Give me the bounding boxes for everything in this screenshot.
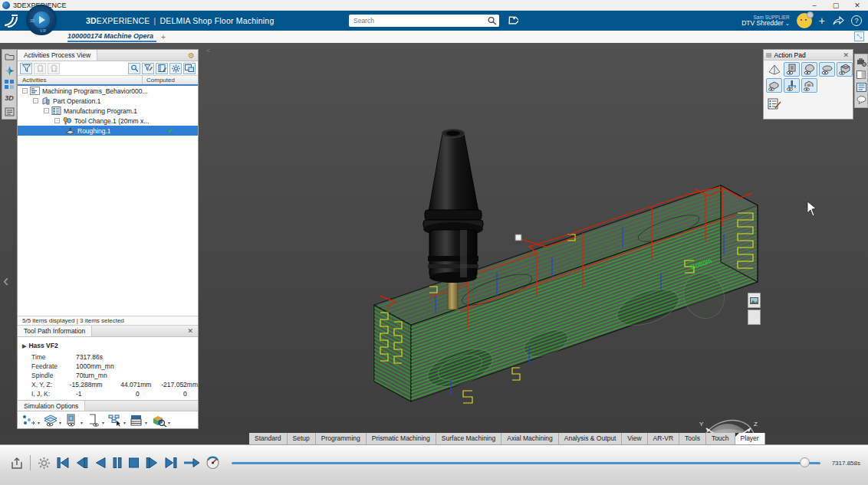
- tree-row-manufacturing-program[interactable]: - Manufacturing Program.1: [18, 106, 198, 116]
- close-button[interactable]: ✕: [847, 0, 868, 11]
- tab-touch[interactable]: Touch: [706, 433, 735, 444]
- pause-button[interactable]: [112, 457, 123, 469]
- material-removal-icon[interactable]: ▾: [43, 414, 64, 427]
- capture-state-button[interactable]: [748, 293, 761, 308]
- 3dcompass-button[interactable]: 3D V.R: [26, 5, 57, 35]
- result-show-hide-icon[interactable]: [766, 78, 782, 93]
- tab-player[interactable]: Player: [735, 433, 765, 444]
- workplane-icon[interactable]: [766, 62, 782, 77]
- skip-to-end-button[interactable]: [164, 457, 178, 469]
- avatar[interactable]: [797, 13, 812, 28]
- machine-resources-icon[interactable]: [856, 57, 866, 67]
- stop-button[interactable]: [128, 457, 140, 469]
- timeline-knob[interactable]: [800, 457, 810, 467]
- step-backward-button[interactable]: [75, 457, 89, 469]
- tab-analysis-output[interactable]: Analysis & Output: [559, 433, 623, 444]
- tree-row-machining-programs[interactable]: - Machining Programs_Behavior000...: [18, 86, 198, 96]
- document-tab[interactable]: 100000174 Machine Opera: [67, 32, 156, 42]
- panel-collapse-icon[interactable]: <: [206, 47, 210, 54]
- playback-speed-gauge-button[interactable]: [205, 456, 220, 470]
- play-backward-button[interactable]: [94, 457, 107, 469]
- tree-empty-area[interactable]: [18, 136, 198, 316]
- toolpath-close-icon[interactable]: ✕: [182, 327, 198, 335]
- panel-search-icon[interactable]: [128, 63, 140, 74]
- new-tab-button[interactable]: +: [161, 33, 166, 41]
- panel-toggle-icon[interactable]: [856, 70, 866, 79]
- continuous-play-button[interactable]: [183, 457, 200, 468]
- folder-icon[interactable]: [4, 51, 15, 62]
- tree-row-part-operation[interactable]: - Part Operation.1: [18, 96, 198, 106]
- apps-grid-icon[interactable]: [4, 79, 15, 90]
- toolpath-display-icon[interactable]: ▾: [21, 414, 42, 427]
- expander-icon[interactable]: ▶: [22, 343, 26, 349]
- tree-row-tool-change[interactable]: - Tool Change.1 (20mm x...: [18, 116, 198, 126]
- left-panel-collapse-chevron[interactable]: ‹: [3, 273, 8, 290]
- tab-axial-machining[interactable]: Axial Machining: [501, 433, 559, 444]
- filter-icon[interactable]: [20, 63, 32, 74]
- list-properties-icon[interactable]: [856, 83, 866, 92]
- expander-box[interactable]: -: [54, 118, 60, 123]
- machine-visibility-icon[interactable]: ▾: [64, 414, 85, 427]
- tool-show-hide-icon[interactable]: [784, 78, 800, 93]
- blank-tool-button[interactable]: [748, 310, 761, 325]
- tab-prismatic-machining[interactable]: Prismatic Machining: [367, 433, 436, 444]
- tab-view[interactable]: View: [622, 433, 647, 444]
- tab-standard[interactable]: Standard: [249, 433, 288, 444]
- edit-list-icon[interactable]: [766, 97, 782, 111]
- filter-edit-icon[interactable]: [142, 63, 154, 74]
- notes-icon[interactable]: [4, 107, 15, 117]
- tree-column-headers[interactable]: Activities Computed: [18, 76, 198, 86]
- maximize-button[interactable]: ▢: [825, 0, 847, 11]
- tree-row-roughing[interactable]: Roughing.1 ✔: [18, 126, 198, 136]
- node-select-icon[interactable]: ▾: [107, 414, 128, 427]
- expander-box[interactable]: -: [22, 88, 28, 93]
- log-book-icon[interactable]: [156, 63, 168, 74]
- restore-layout-icon[interactable]: ⤡: [854, 31, 864, 41]
- door-visibility-icon[interactable]: ▾: [86, 414, 107, 427]
- search-input[interactable]: [349, 17, 487, 25]
- action-pad-close-icon[interactable]: ✕: [839, 51, 853, 59]
- export-icon[interactable]: [11, 457, 23, 470]
- stamp-disabled-icon[interactable]: [34, 63, 46, 74]
- expander-box[interactable]: -: [33, 98, 38, 103]
- stock-show-hide-icon[interactable]: [801, 62, 817, 77]
- stamp2-disabled-icon[interactable]: [48, 63, 60, 74]
- axis-z-label[interactable]: Z: [754, 421, 758, 428]
- machine-show-hide-icon[interactable]: [784, 62, 800, 77]
- help-button[interactable]: ?: [851, 15, 862, 26]
- shop-show-hide-icon[interactable]: [801, 78, 817, 93]
- 3d-space-icon[interactable]: 3D: [4, 93, 15, 103]
- axis-y-label[interactable]: Y: [699, 421, 704, 428]
- tag-icon[interactable]: [506, 15, 518, 27]
- activities-panel-title[interactable]: Activities Process View: [18, 50, 97, 61]
- tab-ar-vr[interactable]: AR-VR: [648, 433, 679, 444]
- step-forward-button[interactable]: [145, 457, 159, 469]
- results-table-icon[interactable]: ▾: [129, 414, 150, 427]
- toolpath-panel-title[interactable]: Tool Path Information: [18, 326, 92, 336]
- tab-surface-machining[interactable]: Surface Machining: [436, 433, 501, 444]
- user-info[interactable]: Sam SUPPLIER DTV Shredder ⌄: [741, 15, 790, 27]
- view-compass[interactable]: Y Z X: [694, 412, 763, 433]
- minimize-button[interactable]: –: [804, 0, 825, 11]
- analyze-cube-icon[interactable]: ▾: [150, 414, 173, 427]
- search-box[interactable]: [349, 15, 499, 27]
- panel-settings-gear-icon[interactable]: ⚙: [188, 51, 195, 60]
- tab-setup[interactable]: Setup: [288, 433, 316, 444]
- add-content-button[interactable]: +: [819, 11, 825, 31]
- expander-box[interactable]: -: [44, 108, 49, 113]
- viewport-3d[interactable]: Bottom Y Z X: [0, 43, 868, 433]
- save-view-icon[interactable]: [183, 63, 196, 74]
- fixture-show-hide-icon[interactable]: [819, 62, 835, 77]
- search-icon[interactable]: [487, 16, 498, 25]
- comments-bubble-icon[interactable]: [856, 96, 866, 104]
- simulation-options-title[interactable]: Simulation Options: [18, 401, 85, 411]
- share-icon[interactable]: [832, 15, 844, 26]
- part-show-hide-icon[interactable]: [837, 62, 853, 77]
- tab-tools[interactable]: Tools: [679, 433, 706, 444]
- tab-programming[interactable]: Programming: [316, 433, 367, 444]
- action-pad-pin-icon[interactable]: ▤: [766, 51, 772, 58]
- timeline-slider[interactable]: [232, 457, 820, 468]
- options-gear-icon[interactable]: [169, 63, 182, 74]
- compass-nav-icon[interactable]: [4, 65, 15, 76]
- player-settings-gear-icon[interactable]: [38, 457, 51, 470]
